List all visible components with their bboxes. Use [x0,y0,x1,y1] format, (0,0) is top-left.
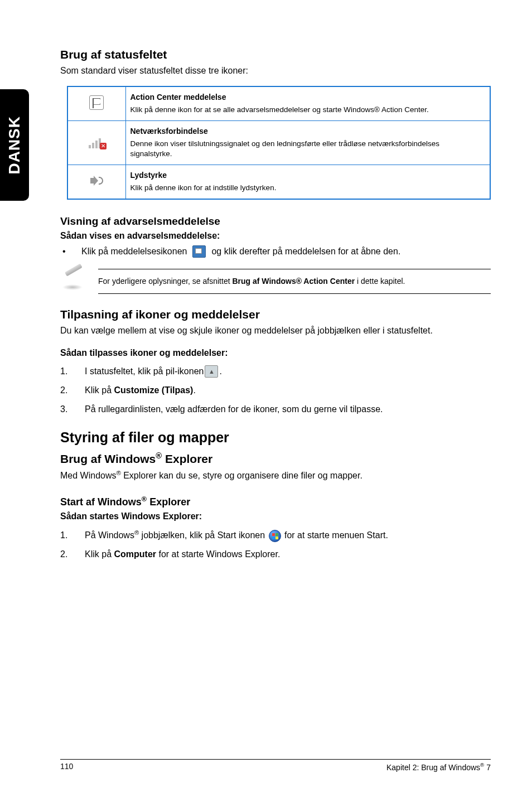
chapter-post: 7 [484,763,491,772]
table-row: Action Center meddelelse Klik på denne i… [67,86,490,121]
side-tab-label: DANSK [6,116,23,175]
language-side-tab: DANSK [0,89,29,201]
chapter-pre: Kapitel 2: Brug af Windows [386,763,480,772]
page-number: 110 [60,762,73,772]
icon-cell-action-center [67,86,125,121]
step-text-pre: Klik på [85,385,114,395]
note-text-post: i dette kapitel. [355,277,405,286]
table-row: ✕ Netværksforbindelse Denne ikon viser t… [67,120,490,165]
step-text-pre: Klik på [85,549,114,559]
section-heading-status: Brug af statusfeltet [60,48,491,61]
step-number: 2. [60,548,85,561]
section-heading-files: Styring af filer og mapper [60,429,491,446]
action-center-flag-icon[interactable] [89,95,104,110]
step-text-bold: Computer [114,549,156,559]
row-title: Netværksforbindelse [130,127,483,136]
step-text-post: . [193,385,195,395]
step-text: På rullegardinlisten, vælg adfærden for … [85,403,383,416]
row-title: Lydstyrke [130,171,483,180]
section-sub-start-explorer: Sådan startes Windows Explorer: [60,511,491,521]
step-text: I statusfeltet, klik på pil-ikonen [85,365,204,378]
section-sub-customize: Sådan tilpasses ikoner og meddelelser: [60,348,491,358]
section-subheading-explorer: Brug af Windows® Explorer [60,451,491,466]
step-number: 3. [60,403,85,416]
section-intro-status: Som standard viser statusfeltet disse tr… [60,65,491,77]
section-heading-warning: Visning af advarselsmeddelelse [60,215,491,228]
tray-arrow-icon[interactable]: ▲ [205,365,218,378]
customize-steps-list: 1. I statusfeltet, klik på pil-ikonen ▲ … [60,365,491,416]
bullet-marker: • [60,247,77,257]
subheading-pre: Start af Windows [60,496,142,508]
section-sub-warning: Sådan vises en advarselsmeddelelse: [60,231,491,241]
page-footer: 110 Kapitel 2: Brug af Windows® 7 [60,759,491,772]
windows-start-icon[interactable] [269,530,281,542]
bullet-item: • Klik på meddelelsesikonen og klik dere… [60,245,491,258]
notification-message-icon[interactable] [192,245,206,258]
page-content: Brug af statusfeltet Som standard viser … [60,48,491,567]
pencil-note-icon [60,268,87,294]
text-cell: Netværksforbindelse Denne ikon viser til… [125,120,490,165]
start-explorer-steps-list: 1. På Windows® jobbjælken, klik på Start… [60,528,491,561]
explorer-intro: Med Windows® Explorer kan du se, styre o… [60,469,491,482]
step-text-bold: Customize (Tilpas) [114,385,193,395]
step-text-end: . [219,365,221,378]
bullet-text-post: og klik derefter på meddelelsen for at å… [211,247,400,257]
p-pre: Med Windows [60,471,116,480]
bullet-text-pre: Klik på meddelelsesikonen [81,247,187,257]
text-cell: Action Center meddelelse Klik på denne i… [125,86,490,121]
step-text-post: for at starte menuen Start. [284,530,388,540]
list-item: 1. På Windows® jobbjælken, klik på Start… [60,528,491,542]
network-signal-icon[interactable]: ✕ [89,135,104,148]
step-text-post: for at starte Windows Explorer. [156,549,280,559]
list-item: 1. I statusfeltet, klik på pil-ikonen ▲ … [60,365,491,378]
list-item: 2. Klik på Computer for at starte Window… [60,548,491,561]
list-item: 2. Klik på Customize (Tilpas). [60,384,491,397]
icon-cell-network: ✕ [67,120,125,165]
status-icons-table: Action Center meddelelse Klik på denne i… [67,86,491,200]
note-text: For yderligere oplysninger, se afsnittet… [98,269,491,294]
row-title: Action Center meddelelse [130,93,483,102]
section-heading-customize: Tilpasning af ikoner og meddelelser [60,308,491,321]
subheading-post: Explorer [147,496,190,508]
p-post: Explorer kan du se, styre og organisere … [121,471,362,480]
row-desc: Denne ikon viser tilslutningssignalet og… [130,139,483,159]
subheading-post: Explorer [162,452,212,465]
list-item: 3. På rullegardinlisten, vælg adfærden f… [60,403,491,416]
row-desc: Klik på denne ikon for at indstille lyds… [130,183,483,193]
step-number: 1. [60,365,85,378]
icon-cell-volume [67,165,125,200]
table-row: Lydstyrke Klik på denne ikon for at inds… [67,165,490,200]
volume-speaker-icon[interactable] [89,174,104,187]
step-number: 1. [60,529,85,542]
note-text-bold: Brug af Windows® Action Center [232,277,355,286]
note-text-pre: For yderligere oplysninger, se afsnittet [98,277,232,286]
chapter-label: Kapitel 2: Brug af Windows® 7 [386,762,491,772]
step-text-pre: På Windows [85,530,134,540]
note-callout: For yderligere oplysninger, se afsnittet… [60,268,491,294]
text-cell: Lydstyrke Klik på denne ikon for at inds… [125,165,490,200]
step-number: 2. [60,384,85,397]
section-intro-customize: Du kan vælge mellem at vise og skjule ik… [60,325,491,337]
section-subheading-start-explorer: Start af Windows® Explorer [60,495,491,508]
row-desc: Klik på denne ikon for at se alle advars… [130,105,483,115]
subheading-pre: Brug af Windows [60,452,156,465]
step-text-mid: jobbjælken, klik på Start ikonen [139,530,265,540]
